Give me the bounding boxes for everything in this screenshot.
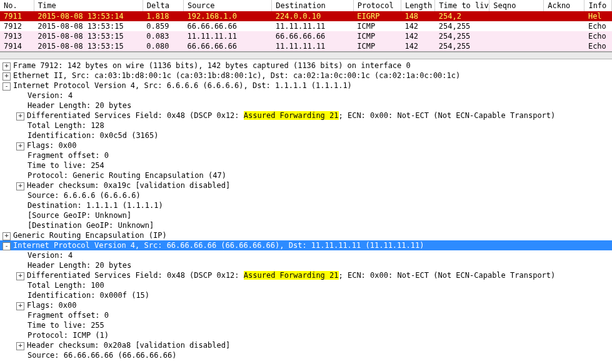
col-dst[interactable]: Destination	[272, 0, 353, 11]
cell-time: 2015-08-08 13:53:15	[34, 21, 143, 31]
cell-ack	[544, 21, 584, 31]
tree-label: Ethernet II, Src: ca:03:1b:d8:00:1c (ca:…	[13, 71, 460, 80]
cell-proto: ICMP	[353, 21, 401, 31]
tree-label: Identification: 0x000f (15)	[28, 291, 149, 300]
packet-list[interactable]: No. Time Delta Source Destination Protoc…	[0, 0, 612, 52]
tree-label: Header Length: 20 bytes	[28, 261, 131, 270]
col-no[interactable]: No.	[0, 0, 34, 11]
tree-field[interactable]: Time to live: 254	[0, 160, 612, 170]
col-delta[interactable]: Delta	[143, 0, 183, 11]
tree-label: Flags: 0x00	[27, 301, 76, 310]
expand-icon[interactable]: +	[16, 182, 24, 190]
tree-field[interactable]: [Source GeoIP: Unknown]	[0, 210, 612, 220]
cell-proto: EIGRP	[353, 11, 401, 21]
tree-field[interactable]: Version: 4	[0, 91, 612, 101]
expand-icon[interactable]: +	[16, 272, 24, 280]
tree-frame[interactable]: +Frame 7912: 142 bytes on wire (1136 bit…	[0, 61, 612, 71]
column-header-row[interactable]: No. Time Delta Source Destination Protoc…	[0, 0, 612, 11]
cell-len: 148	[401, 11, 434, 21]
tree-ip-inner-selected[interactable]: -Internet Protocol Version 4, Src: 66.66…	[0, 240, 612, 250]
tree-field[interactable]: Header Length: 20 bytes	[0, 260, 612, 270]
collapse-icon[interactable]: -	[3, 242, 11, 250]
pane-divider[interactable]	[0, 52, 612, 59]
tree-field[interactable]: Protocol: Generic Routing Encapsulation …	[0, 170, 612, 180]
cell-ttl: 254,255	[435, 31, 489, 41]
tree-dsfield[interactable]: +Differentiated Services Field: 0x48 (DS…	[0, 111, 612, 121]
highlight-af21: Assured Forwarding 21	[244, 271, 339, 280]
expand-icon[interactable]: +	[16, 142, 24, 150]
expand-icon[interactable]: +	[3, 72, 11, 81]
tree-field[interactable]: Identification: 0x0c5d (3165)	[0, 130, 612, 140]
cell-len: 142	[401, 21, 434, 31]
col-ack[interactable]: Ackno	[544, 0, 584, 11]
cell-proto: ICMP	[353, 31, 401, 41]
expand-icon[interactable]: +	[16, 112, 24, 121]
cell-seq	[489, 21, 544, 31]
tree-label: Differentiated Services Field: 0x48 (DSC…	[27, 111, 244, 120]
tree-field[interactable]: Destination: 1.1.1.1 (1.1.1.1)	[0, 200, 612, 210]
packet-row[interactable]: 7914 2015-08-08 13:53:15 0.080 66.66.66.…	[0, 41, 612, 51]
tree-dsfield[interactable]: +Differentiated Services Field: 0x48 (DS…	[0, 270, 612, 280]
tree-label: Source: 66.66.66.66 (66.66.66.66)	[28, 351, 176, 360]
expand-icon[interactable]: +	[16, 302, 24, 310]
expand-icon[interactable]: +	[16, 342, 24, 350]
tree-label: Source: 6.6.6.6 (6.6.6.6)	[28, 191, 141, 200]
cell-delta: 1.818	[143, 11, 183, 21]
col-info[interactable]: Info	[584, 0, 612, 11]
tree-field[interactable]: Protocol: ICMP (1)	[0, 330, 612, 340]
tree-field[interactable]: Total Length: 100	[0, 280, 612, 290]
cell-ack	[544, 31, 584, 41]
cell-no: 7912	[0, 21, 34, 31]
expand-icon[interactable]: +	[3, 232, 11, 240]
packet-row[interactable]: 7911 2015-08-08 13:53:14 1.818 192.168.1…	[0, 11, 612, 21]
cell-dst: 66.66.66.66	[272, 31, 353, 41]
col-time[interactable]: Time	[34, 0, 143, 11]
tree-field[interactable]: Source: 6.6.6.6 (6.6.6.6)	[0, 190, 612, 200]
packet-table: No. Time Delta Source Destination Protoc…	[0, 0, 612, 51]
tree-label: Frame 7912: 142 bytes on wire (1136 bits…	[13, 61, 411, 70]
tree-field[interactable]: Header Length: 20 bytes	[0, 101, 612, 111]
tree-eth[interactable]: +Ethernet II, Src: ca:03:1b:d8:00:1c (ca…	[0, 71, 612, 81]
tree-csum[interactable]: +Header checksum: 0x20a8 [validation dis…	[0, 340, 612, 350]
tree-field[interactable]: Time to live: 255	[0, 320, 612, 330]
tree-field[interactable]: Identification: 0x000f (15)	[0, 290, 612, 300]
tree-gre[interactable]: +Generic Routing Encapsulation (IP)	[0, 230, 612, 240]
tree-field[interactable]: Source: 66.66.66.66 (66.66.66.66)	[0, 350, 612, 360]
tree-label: Time to live: 254	[28, 161, 104, 170]
col-ttl[interactable]: Time to live	[435, 0, 489, 11]
tree-flags[interactable]: +Flags: 0x00	[0, 300, 612, 310]
expand-icon[interactable]: +	[3, 62, 11, 71]
tree-ip-outer[interactable]: -Internet Protocol Version 4, Src: 6.6.6…	[0, 81, 612, 91]
col-len[interactable]: Length	[401, 0, 434, 11]
tree-field[interactable]: Total Length: 128	[0, 121, 612, 130]
tree-flags[interactable]: +Flags: 0x00	[0, 140, 612, 150]
col-proto[interactable]: Protocol	[353, 0, 401, 11]
collapse-icon[interactable]: -	[3, 82, 11, 91]
tree-field[interactable]: Fragment offset: 0	[0, 150, 612, 160]
cell-no: 7914	[0, 41, 34, 51]
cell-src: 192.168.1.0	[184, 11, 272, 21]
cell-info: Echo	[584, 31, 612, 41]
cell-dst: 11.11.11.11	[272, 41, 353, 51]
packet-row[interactable]: 7912 2015-08-08 13:53:15 0.859 66.66.66.…	[0, 21, 612, 31]
tree-csum[interactable]: +Header checksum: 0xa19c [validation dis…	[0, 180, 612, 190]
cell-no: 7911	[0, 11, 34, 21]
packet-row[interactable]: 7913 2015-08-08 13:53:15 0.083 11.11.11.…	[0, 31, 612, 41]
tree-field[interactable]: Fragment offset: 0	[0, 310, 612, 320]
cell-info: Echo	[584, 41, 612, 51]
tree-label: Total Length: 128	[28, 121, 104, 130]
tree-field[interactable]: Version: 4	[0, 250, 612, 260]
tree-label: Identification: 0x0c5d (3165)	[28, 131, 159, 140]
tree-label: [Destination GeoIP: Unknown]	[28, 221, 154, 230]
tree-label: Internet Protocol Version 4, Src: 6.6.6.…	[13, 81, 352, 90]
cell-len: 142	[401, 41, 434, 51]
cell-src: 66.66.66.66	[184, 41, 272, 51]
packet-details[interactable]: +Frame 7912: 142 bytes on wire (1136 bit…	[0, 59, 612, 360]
cell-src: 66.66.66.66	[184, 21, 272, 31]
cell-time: 2015-08-08 13:53:14	[34, 11, 143, 21]
tree-label: Header Length: 20 bytes	[28, 101, 131, 110]
cell-delta: 0.859	[143, 21, 183, 31]
col-src[interactable]: Source	[184, 0, 272, 11]
tree-field[interactable]: [Destination GeoIP: Unknown]	[0, 220, 612, 230]
col-seq[interactable]: Seqno	[489, 0, 544, 11]
